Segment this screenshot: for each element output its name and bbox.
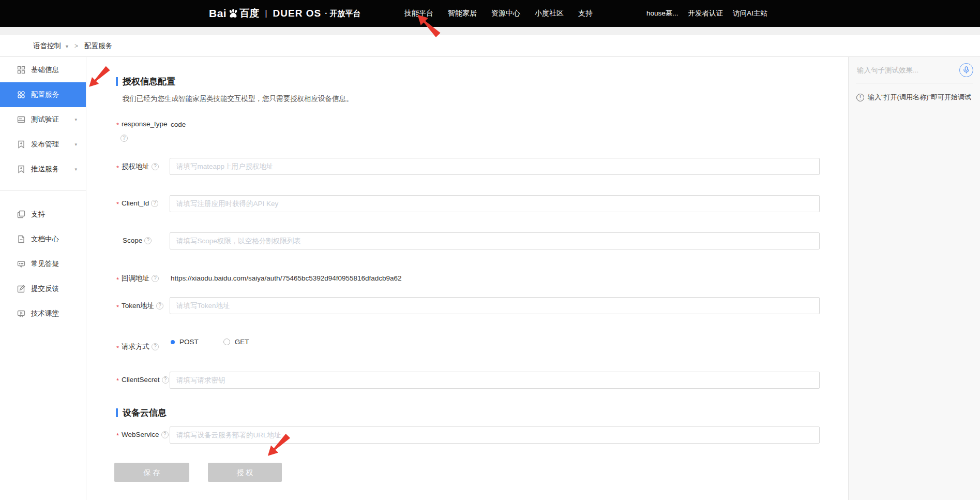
clover-icon bbox=[17, 91, 25, 99]
radio-get[interactable]: GET bbox=[223, 338, 249, 346]
microphone-icon bbox=[963, 66, 970, 73]
required-asterisk: * bbox=[116, 200, 119, 208]
nav-visit-ai-site[interactable]: 访问AI主站 bbox=[733, 9, 767, 18]
chevron-down-icon[interactable]: ▼ bbox=[65, 44, 69, 49]
breadcrumb-skill-name[interactable]: 语音控制 bbox=[33, 41, 61, 51]
auth-url-input[interactable] bbox=[170, 158, 820, 175]
sidebar: 基础信息 配置服务 测试验证 ▾ 发布管理 ▾ 推送服务 ▾ 支持 文档中心 bbox=[0, 57, 86, 500]
presentation-play-icon bbox=[17, 310, 25, 318]
required-asterisk: * bbox=[116, 344, 119, 352]
edit-square-icon bbox=[17, 285, 25, 293]
baidu-dueros-logo[interactable]: Bai 百度 | DUER OS · 开放平台 bbox=[209, 0, 360, 27]
logo-baidu-cn: 百度 bbox=[239, 7, 259, 20]
nav-skill-platform[interactable]: 技能平台 bbox=[404, 9, 433, 18]
section-accent-bar bbox=[116, 408, 118, 417]
client-secret-input[interactable] bbox=[170, 372, 820, 389]
chevron-down-icon[interactable]: ▾ bbox=[74, 142, 77, 147]
chevron-down-icon[interactable]: ▾ bbox=[74, 167, 77, 172]
sidebar-item-support[interactable]: 支持 bbox=[0, 202, 86, 227]
file-icon bbox=[17, 235, 25, 243]
field-label-web-service: * WebService ? bbox=[116, 431, 169, 438]
field-label-callback-url: * 回调地址 ? bbox=[116, 274, 159, 283]
required-asterisk: * bbox=[116, 432, 119, 439]
required-asterisk: * bbox=[116, 276, 119, 284]
bookmark-plus-icon bbox=[17, 140, 25, 149]
bookmark-plus-icon bbox=[17, 165, 25, 173]
baidu-paw-icon bbox=[228, 8, 239, 19]
dueros-config-page: Bai 百度 | DUER OS · 开放平台 技能平台 智能家居 资源中心 小… bbox=[0, 0, 980, 500]
token-url-input[interactable] bbox=[170, 297, 820, 314]
required-asterisk: * bbox=[116, 303, 119, 311]
microphone-button[interactable] bbox=[959, 63, 973, 77]
help-icon[interactable]: ? bbox=[144, 237, 152, 244]
test-tip: ! 输入"打开(调用名称)"即可开始调试 bbox=[856, 93, 978, 102]
sidebar-item-label: 发布管理 bbox=[31, 140, 59, 149]
sidebar-item-test-verify[interactable]: 测试验证 ▾ bbox=[0, 107, 86, 132]
sidebar-item-label: 文档中心 bbox=[31, 234, 59, 244]
required-asterisk: * bbox=[116, 377, 119, 385]
radio-selected-icon[interactable] bbox=[171, 340, 175, 344]
help-icon[interactable]: ? bbox=[152, 163, 159, 170]
radio-unselected-icon[interactable] bbox=[223, 339, 230, 345]
test-sentence-input[interactable] bbox=[856, 66, 959, 75]
sidebar-item-config-service[interactable]: 配置服务 bbox=[0, 82, 86, 107]
client-id-input[interactable] bbox=[170, 195, 820, 212]
sidebar-item-feedback[interactable]: 提交反馈 bbox=[0, 276, 86, 301]
help-icon[interactable]: ? bbox=[156, 302, 163, 310]
nav-smart-home[interactable]: 智能家居 bbox=[448, 9, 477, 18]
breadcrumb-current: 配置服务 bbox=[84, 41, 112, 51]
info-icon: ! bbox=[856, 94, 864, 101]
sidebar-item-basic-info[interactable]: 基础信息 bbox=[0, 57, 86, 82]
test-tip-text: 输入"打开(调用名称)"即可开始调试 bbox=[868, 93, 971, 102]
response-type-value: code bbox=[171, 121, 186, 128]
help-icon[interactable]: ? bbox=[152, 343, 159, 350]
sidebar-item-publish-manage[interactable]: 发布管理 ▾ bbox=[0, 132, 86, 157]
nav-xiaodu-community[interactable]: 小度社区 bbox=[535, 9, 564, 18]
section-title-text: 授权信息配置 bbox=[123, 76, 175, 87]
authorize-button[interactable]: 授 权 bbox=[208, 463, 282, 482]
help-icon[interactable]: ? bbox=[152, 275, 159, 282]
sidebar-item-doc-center[interactable]: 文档中心 bbox=[0, 227, 86, 252]
logo-platform-suffix: · 开放平台 bbox=[325, 9, 360, 19]
grid-icon bbox=[17, 66, 25, 74]
help-icon[interactable]: ? bbox=[162, 376, 169, 384]
username[interactable]: house墓... bbox=[646, 9, 679, 18]
help-icon[interactable]: ? bbox=[151, 200, 158, 207]
save-button[interactable]: 保 存 bbox=[114, 463, 189, 482]
section-title-auth: 授权信息配置 bbox=[116, 76, 175, 87]
chevron-down-icon[interactable]: ▾ bbox=[74, 117, 77, 122]
sidebar-item-faq[interactable]: 常见答疑 bbox=[0, 252, 86, 276]
sidebar-item-label: 支持 bbox=[31, 210, 45, 219]
field-label-response-type: * response_type bbox=[116, 120, 168, 128]
web-service-input[interactable] bbox=[170, 427, 820, 444]
nav-developer-cert[interactable]: 开发者认证 bbox=[688, 9, 723, 18]
radio-post[interactable]: POST bbox=[171, 338, 199, 346]
breadcrumb: 语音控制 ▼ > 配置服务 bbox=[0, 35, 980, 57]
top-navbar: Bai 百度 | DUER OS · 开放平台 技能平台 智能家居 资源中心 小… bbox=[0, 0, 980, 27]
section-accent-bar bbox=[116, 77, 118, 86]
navbar-gap-strip bbox=[0, 27, 980, 35]
sidebar-item-label: 推送服务 bbox=[31, 165, 59, 174]
field-label-request-method: * 请求方式 ? bbox=[116, 342, 159, 351]
required-asterisk: * bbox=[116, 164, 119, 172]
sidebar-item-push-service[interactable]: 推送服务 ▾ bbox=[0, 157, 86, 182]
sidebar-item-label: 测试验证 bbox=[31, 115, 59, 124]
scope-input[interactable] bbox=[170, 232, 820, 249]
sidebar-item-label: 基础信息 bbox=[31, 65, 59, 75]
breadcrumb-separator: > bbox=[74, 42, 78, 50]
logo-bai-text: Bai bbox=[209, 7, 227, 20]
nav-support[interactable]: 支持 bbox=[578, 9, 593, 18]
nav-resource-center[interactable]: 资源中心 bbox=[491, 9, 520, 18]
copy-icon bbox=[17, 210, 25, 218]
field-label-auth-url: * 授权地址 ? bbox=[116, 162, 159, 171]
help-icon[interactable]: ? bbox=[161, 431, 169, 438]
test-sentence-row bbox=[856, 57, 973, 83]
nav-user-area: house墓... 开发者认证 访问AI主站 bbox=[646, 0, 767, 27]
logo-separator: | bbox=[265, 8, 267, 19]
request-method-radio-group: POST GET bbox=[171, 338, 249, 346]
help-icon[interactable]: ? bbox=[120, 135, 128, 142]
main-content: 授权信息配置 我们已经为您生成智能家居类技能交互模型，您只需要授权相应设备信息。… bbox=[86, 57, 848, 500]
chat-dots-icon bbox=[17, 260, 25, 268]
sidebar-item-label: 技术课堂 bbox=[31, 309, 59, 318]
sidebar-item-tech-class[interactable]: 技术课堂 bbox=[0, 301, 86, 326]
